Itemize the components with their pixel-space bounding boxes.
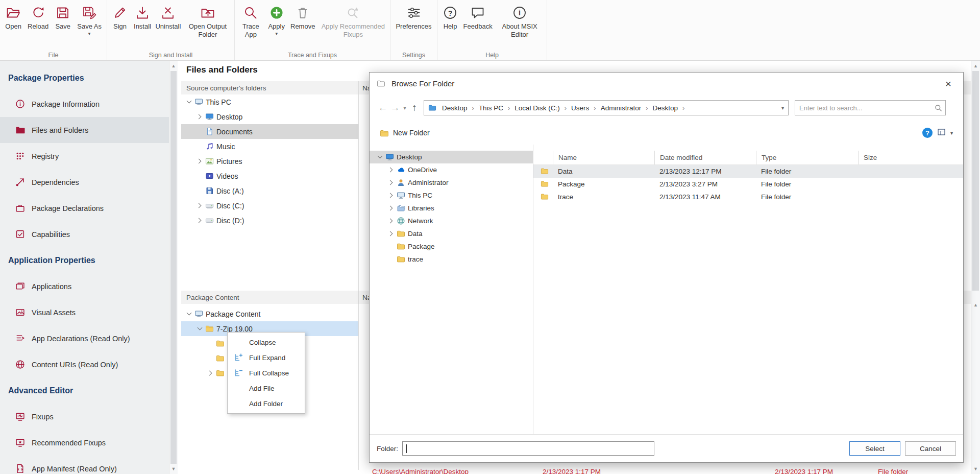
chevron-down-icon[interactable]	[376, 153, 384, 161]
scrollbar-thumb[interactable]	[170, 71, 177, 464]
search-input[interactable]	[795, 101, 945, 115]
preferences-button[interactable]: Preferences	[393, 4, 434, 32]
list-row-package[interactable]: Package 2/13/2023 3:27 PM File folder	[533, 178, 963, 191]
list-row-data[interactable]: Data 2/13/2023 12:17 PM File folder	[533, 165, 963, 178]
scrollbar-thumb[interactable]	[972, 71, 979, 291]
tree-item-package-content[interactable]: Package Content	[181, 306, 358, 321]
name-column-header[interactable]: Name	[553, 151, 654, 164]
up-icon[interactable]: ↑	[408, 102, 421, 113]
sidebar-item-fixups[interactable]: Fixups	[0, 404, 169, 430]
chevron-right-icon[interactable]	[195, 216, 204, 225]
apply-button[interactable]: Apply ▾	[266, 4, 287, 37]
scroll-up-icon[interactable]: ▲	[971, 301, 980, 309]
chevron-right-icon[interactable]	[387, 204, 396, 212]
scroll-down-icon[interactable]: ▼	[169, 465, 178, 473]
remove-button[interactable]: Remove	[288, 4, 317, 32]
menu-item-full-expand[interactable]: Full Expand	[228, 350, 305, 365]
sidebar-item-registry[interactable]: Registry	[0, 143, 169, 169]
sidebar-item-content-uris[interactable]: Content URIs (Read Only)	[0, 351, 169, 377]
tree-item-disc-c[interactable]: Disc (C:)	[181, 198, 358, 213]
chevron-right-icon[interactable]	[206, 369, 215, 377]
dialog-title-bar[interactable]: Browse For Folder ×	[370, 73, 963, 94]
sidebar-item-app-declarations[interactable]: App Declarations (Read Only)	[0, 325, 169, 351]
select-button[interactable]: Select	[849, 441, 900, 456]
tree-item-onedrive[interactable]: OneDrive	[370, 163, 533, 176]
chevron-down-icon[interactable]: ▾	[275, 31, 278, 36]
sign-button[interactable]: Sign	[109, 4, 131, 32]
chevron-right-icon[interactable]	[195, 157, 204, 165]
tree-item-trace[interactable]: trace	[370, 253, 533, 266]
folder-input-wrap[interactable]	[402, 441, 654, 456]
help-icon[interactable]: ?	[922, 128, 933, 138]
chevron-right-icon[interactable]	[387, 229, 396, 238]
tree-item-desktop[interactable]: Desktop	[181, 109, 358, 124]
reload-button[interactable]: Reload	[25, 4, 51, 32]
save-button[interactable]: Save	[52, 4, 74, 32]
menu-item-add-file[interactable]: Add File	[228, 381, 305, 396]
type-column-header[interactable]: Type	[756, 151, 858, 164]
sidebar-item-visual-assets[interactable]: Visual Assets	[0, 299, 169, 325]
tree-item-administrator[interactable]: Administrator	[370, 176, 533, 189]
install-button[interactable]: Install	[132, 4, 153, 32]
save-as-button[interactable]: Save As ▾	[75, 4, 104, 37]
sidebar-item-app-manifest[interactable]: App Manifest (Read Only)	[0, 456, 169, 474]
chevron-right-icon[interactable]	[387, 191, 396, 200]
apply-recommended-fixups-button[interactable]: Apply Recommended Fixups	[318, 4, 388, 40]
help-button[interactable]: ? Help	[439, 4, 461, 32]
history-caret-icon[interactable]: ▾	[401, 105, 408, 111]
scroll-down-icon[interactable]: ▼	[971, 465, 980, 473]
chevron-right-icon[interactable]	[195, 201, 204, 210]
icon-column-header[interactable]	[533, 151, 553, 164]
chevron-down-icon[interactable]	[195, 324, 204, 333]
scroll-up-icon[interactable]: ▲	[971, 62, 980, 70]
breadcrumb-item[interactable]: Local Disk (C:)	[513, 104, 561, 112]
sidebar-item-dependencies[interactable]: Dependencies	[0, 169, 169, 195]
open-button[interactable]: Open	[3, 4, 24, 32]
feedback-button[interactable]: Feedback	[462, 4, 494, 32]
chevron-right-icon[interactable]	[387, 178, 396, 187]
view-options-icon[interactable]	[937, 128, 946, 138]
window-scrollbar[interactable]: ▲ ▲ ▼	[971, 61, 980, 474]
tree-item-desktop[interactable]: Desktop	[370, 151, 533, 163]
breadcrumb-item[interactable]: This PC	[478, 104, 504, 112]
close-icon[interactable]: ×	[941, 76, 956, 91]
chevron-down-icon[interactable]	[185, 310, 193, 318]
sidebar-item-files-and-folders[interactable]: Files and Folders	[0, 117, 169, 143]
back-icon[interactable]: ←	[377, 102, 389, 113]
breadcrumb-item[interactable]: Users	[570, 104, 590, 112]
forward-icon[interactable]: →	[389, 102, 401, 113]
breadcrumb[interactable]: Desktop› This PC› Local Disk (C:)› Users…	[424, 100, 789, 115]
tree-item-package[interactable]: Package	[370, 240, 533, 253]
tree-item-this-pc[interactable]: This PC	[370, 189, 533, 202]
breadcrumb-dropdown-icon[interactable]: ▾	[781, 105, 784, 111]
tree-item-libraries[interactable]: Libraries	[370, 202, 533, 215]
sidebar-item-applications[interactable]: Applications	[0, 273, 169, 299]
trace-app-button[interactable]: Trace App	[237, 4, 265, 40]
tree-item-this-pc[interactable]: This PC	[181, 94, 358, 109]
new-folder-button[interactable]: New Folder	[380, 129, 430, 137]
tree-item-disc-a[interactable]: Disc (A:)	[181, 183, 358, 198]
sidebar-item-capabilities[interactable]: Capabilities	[0, 221, 169, 247]
tree-item-documents[interactable]: Documents	[181, 124, 358, 139]
sidebar-item-package-information[interactable]: Package Information	[0, 91, 169, 117]
menu-item-add-folder[interactable]: Add Folder	[228, 396, 305, 411]
chevron-down-icon[interactable]	[185, 98, 193, 106]
list-row-trace[interactable]: trace 2/13/2023 11:47 AM File folder	[533, 191, 963, 203]
search-box[interactable]	[795, 100, 946, 115]
breadcrumb-item[interactable]: Desktop	[652, 104, 679, 112]
tree-item-data[interactable]: Data	[370, 227, 533, 240]
menu-item-full-collapse[interactable]: Full Collapse	[228, 365, 305, 381]
chevron-right-icon[interactable]	[195, 112, 204, 121]
tree-item-pictures[interactable]: Pictures	[181, 154, 358, 169]
sidebar-scrollbar[interactable]: ▲ ▼	[169, 61, 178, 474]
cancel-button[interactable]: Cancel	[905, 441, 956, 456]
chevron-right-icon[interactable]	[387, 217, 396, 225]
open-output-folder-button[interactable]: Open Output Folder	[183, 4, 232, 40]
folder-input[interactable]	[403, 442, 654, 455]
tree-item-disc-d[interactable]: Disc (D:)	[181, 213, 358, 228]
chevron-right-icon[interactable]	[387, 165, 396, 174]
tree-item-videos[interactable]: Videos	[181, 169, 358, 183]
view-options-caret-icon[interactable]: ▾	[950, 130, 953, 136]
sidebar-item-recommended-fixups[interactable]: Recommended Fixups	[0, 430, 169, 456]
tree-item-network[interactable]: Network	[370, 215, 533, 227]
